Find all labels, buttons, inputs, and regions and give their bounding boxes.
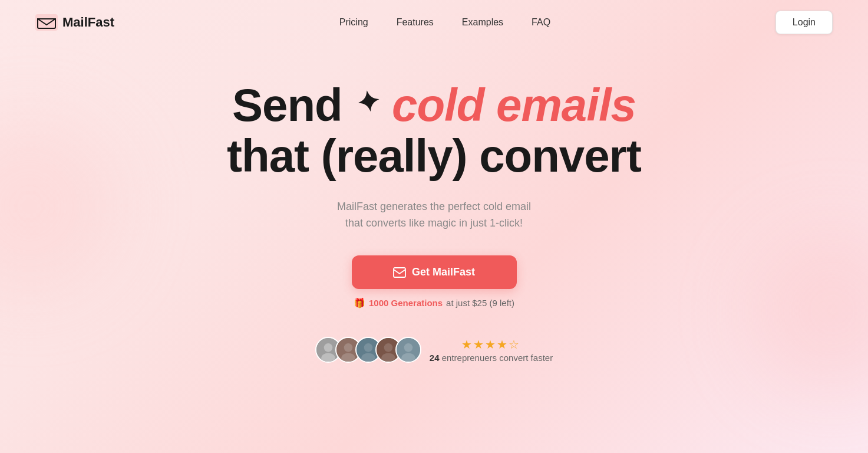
hero-section: Send ✦ cold emails that (really) convert… [0,45,868,386]
avatar [395,337,421,363]
hero-subtitle-line2: that converts like magic in just 1-click… [345,217,523,229]
social-text: ★★★★☆ 24 entreprenuers convert faster [430,337,553,363]
login-button[interactable]: Login [775,11,833,34]
hero-title: Send ✦ cold emails that (really) convert [227,80,641,182]
hero-title-part2: that (really) convert [227,130,641,182]
nav-links: Pricing Features Examples FAQ [339,17,550,28]
logo-text: MailFast [62,15,114,30]
social-label: 24 entreprenuers convert faster [430,353,553,363]
social-count: 24 [430,353,440,363]
hero-title-part1: Send [232,79,354,131]
svg-point-9 [364,343,373,352]
star-rating: ★★★★☆ [430,337,553,352]
avatar-group [315,337,421,363]
logo[interactable]: MailFast [35,14,114,31]
cta-button[interactable]: Get MailFast [352,255,517,289]
hero-title-accent: cold emails [392,79,636,131]
navbar: MailFast Pricing Features Examples FAQ L… [0,0,868,45]
svg-point-15 [404,343,413,352]
svg-point-12 [384,343,393,352]
cta-button-label: Get MailFast [412,266,475,278]
gift-icon: 🎁 [354,297,365,308]
offer-highlight: 1000 Generations [369,298,443,308]
logo-icon [35,14,58,31]
nav-examples[interactable]: Examples [462,17,503,28]
nav-features[interactable]: Features [397,17,434,28]
envelope-icon [393,267,406,278]
nav-pricing[interactable]: Pricing [339,17,368,28]
hero-subtitle: MailFast generates the perfect cold emai… [337,198,531,232]
hero-subtitle-line1: MailFast generates the perfect cold emai… [337,201,531,212]
svg-point-3 [324,343,333,352]
lightning-decoration: ✦ [354,86,382,120]
offer-banner: 🎁 1000 Generations at just $25 (9 left) [354,297,514,308]
svg-rect-1 [394,268,405,277]
social-proof: ★★★★☆ 24 entreprenuers convert faster [315,337,553,363]
social-label-text: entreprenuers convert faster [442,353,553,363]
offer-rest: at just $25 (9 left) [446,298,514,308]
nav-faq[interactable]: FAQ [532,17,550,28]
svg-point-6 [344,343,353,352]
